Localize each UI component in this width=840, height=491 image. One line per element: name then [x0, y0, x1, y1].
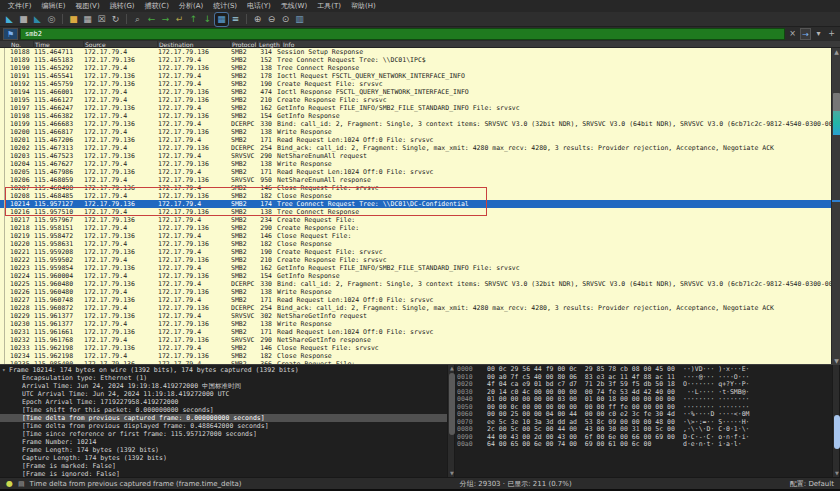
- detail-scrollbar[interactable]: ▲ ▼: [447, 365, 455, 477]
- capture-comment-icon[interactable]: ▤: [18, 480, 25, 488]
- detail-scroll-up-icon[interactable]: ▲: [448, 365, 456, 372]
- bytes-scroll-down-icon[interactable]: ▼: [833, 470, 840, 477]
- packet-row-10194[interactable]: 10194115.466001172.17.79.4172.17.79.136S…: [0, 88, 831, 96]
- detail-line[interactable]: Capture Length: 174 bytes (1392 bits): [0, 454, 447, 462]
- packet-row-10219[interactable]: 10219115.958472172.17.79.136172.17.79.4S…: [0, 232, 831, 240]
- packet-row-10229[interactable]: 10229115.961377172.17.79.136172.17.79.4S…: [0, 312, 831, 320]
- column-header-source[interactable]: Source: [84, 41, 158, 48]
- reload-file-icon[interactable]: ↻: [109, 13, 122, 26]
- packet-row-10227[interactable]: 10227115.960748172.17.79.136172.17.79.4S…: [0, 296, 831, 304]
- packet-row-10214[interactable]: 10214115.957127172.17.79.136172.17.79.4S…: [0, 200, 831, 208]
- detail-line[interactable]: [Frame is marked: False]: [0, 462, 447, 470]
- detail-line[interactable]: ▾Frame 10214: 174 bytes on wire (1392 bi…: [0, 366, 447, 374]
- packet-row-10201[interactable]: 10201115.467206172.17.79.136172.17.79.4S…: [0, 136, 831, 144]
- goto-packet-icon[interactable]: ↵: [173, 13, 186, 26]
- close-file-icon[interactable]: ☒: [95, 13, 108, 26]
- zoom-reset-icon[interactable]: ⊙: [279, 13, 292, 26]
- detail-scrollbar-thumb[interactable]: [449, 373, 455, 435]
- hex-row-00a0[interactable]: 00a064 00 65 00 6e 00 74 00 69 00 61 00 …: [457, 441, 832, 449]
- detail-line[interactable]: [Time shift for this packet: 0.000000000…: [0, 406, 447, 414]
- column-header-no[interactable]: No.: [10, 41, 34, 48]
- menu-item-go[interactable]: 跳转(G): [105, 0, 140, 12]
- filter-dropdown-icon[interactable]: ▾: [813, 28, 824, 40]
- display-filter-input[interactable]: [20, 28, 785, 40]
- detail-line[interactable]: Frame Length: 174 bytes (1392 bits): [0, 446, 447, 454]
- packet-row-10192[interactable]: 10192115.465759172.17.79.136172.17.79.4S…: [0, 80, 831, 88]
- menu-item-view[interactable]: 视图(V): [70, 0, 104, 12]
- packet-row-10216[interactable]: 10216115.957510172.17.79.4172.17.79.136S…: [0, 208, 831, 216]
- packet-row-10217[interactable]: 10217115.957967172.17.79.136172.17.79.4S…: [0, 216, 831, 224]
- bytes-scrollbar-thumb[interactable]: [834, 415, 840, 449]
- detail-line[interactable]: Arrival Time: Jun 24, 2024 19:19:18.4192…: [0, 382, 447, 390]
- menu-item-wireless[interactable]: 无线(W): [276, 0, 312, 12]
- scroll-down-icon[interactable]: ▼: [832, 357, 840, 364]
- packet-row-10232[interactable]: 10232115.961768172.17.79.4172.17.79.136S…: [0, 336, 831, 344]
- bytes-scrollbar[interactable]: ▼: [832, 365, 840, 477]
- packet-row-10206[interactable]: 10206115.468059172.17.79.4172.17.79.136S…: [0, 176, 831, 184]
- packet-row-10218[interactable]: 10218115.958151172.17.79.4172.17.79.136S…: [0, 224, 831, 232]
- capture-options-icon[interactable]: ◎: [45, 13, 58, 26]
- packet-row-10191[interactable]: 10191115.465541172.17.79.136172.17.79.4S…: [0, 72, 831, 80]
- packet-row-10208[interactable]: 10208115.468485172.17.79.4172.17.79.136S…: [0, 192, 831, 200]
- detail-line[interactable]: Encapsulation type: Ethernet (1): [0, 374, 447, 382]
- expert-info-icon[interactable]: ●: [6, 478, 13, 490]
- restart-capture-icon[interactable]: ◣: [31, 13, 44, 26]
- zoom-out-icon[interactable]: ⊖: [265, 13, 278, 26]
- scroll-up-icon[interactable]: ▲: [832, 48, 840, 55]
- clear-filter-icon[interactable]: ×: [787, 28, 798, 40]
- auto-scroll-icon[interactable]: ≡: [229, 13, 242, 26]
- open-file-icon[interactable]: ■: [67, 13, 80, 26]
- packet-row-10235[interactable]: 10235115.985400172.17.79.136172.17.79.4S…: [0, 360, 831, 364]
- save-file-icon[interactable]: ▦: [81, 13, 94, 26]
- colorize-packets-icon[interactable]: ▦: [215, 13, 228, 26]
- detail-line[interactable]: [Frame is ignored: False]: [0, 470, 447, 477]
- packet-row-10203[interactable]: 10203115.467523172.17.79.136172.17.79.4S…: [0, 152, 831, 160]
- menu-item-edit[interactable]: 编辑(E): [37, 0, 71, 12]
- apply-filter-icon[interactable]: →: [800, 28, 811, 40]
- zoom-in-icon[interactable]: ⊕: [251, 13, 264, 26]
- packet-row-10234[interactable]: 10234115.962198172.17.79.4172.17.79.136S…: [0, 352, 831, 360]
- detail-line[interactable]: [Time delta from previous captured frame…: [0, 414, 447, 422]
- packet-row-10233[interactable]: 10233115.962198172.17.79.136172.17.79.4S…: [0, 344, 831, 352]
- scrollbar-thumb[interactable]: [833, 93, 840, 113]
- packet-row-10228[interactable]: 10228115.960872172.17.79.4172.17.79.136D…: [0, 304, 831, 312]
- packet-row-10205[interactable]: 10205115.467986172.17.79.136172.17.79.4S…: [0, 168, 831, 176]
- detail-line[interactable]: [Time delta from previous displayed fram…: [0, 422, 447, 430]
- menu-item-capture[interactable]: 捕获(C): [140, 0, 174, 12]
- packet-row-10202[interactable]: 10202115.467313172.17.79.4172.17.79.136D…: [0, 144, 831, 152]
- packet-row-10189[interactable]: 10189115.465183172.17.79.136172.17.79.4S…: [0, 56, 831, 64]
- detail-scroll-down-icon[interactable]: ▼: [448, 470, 456, 477]
- packet-row-10224[interactable]: 10224115.960004172.17.79.4172.17.79.136S…: [0, 272, 831, 280]
- menu-item-help[interactable]: 帮助(H): [346, 0, 381, 12]
- packet-row-10190[interactable]: 10190115.465292172.17.79.4172.17.79.136S…: [0, 64, 831, 72]
- packet-list-scrollbar[interactable]: ▲ ▼: [831, 48, 840, 364]
- last-packet-icon[interactable]: ↓: [201, 13, 214, 26]
- packet-row-10197[interactable]: 10197115.466247172.17.79.136172.17.79.4S…: [0, 104, 831, 112]
- menu-item-analyze[interactable]: 分析(A): [174, 0, 208, 12]
- menu-item-telephony[interactable]: 电话(Y): [242, 0, 276, 12]
- detail-line[interactable]: UTC Arrival Time: Jun 24, 2024 11:19:18.…: [0, 390, 447, 398]
- packet-row-10204[interactable]: 10204115.467627172.17.79.4172.17.79.136S…: [0, 160, 831, 168]
- next-packet-icon[interactable]: →: [159, 13, 172, 26]
- detail-line[interactable]: Epoch Arrival Time: 1719227958.419272000: [0, 398, 447, 406]
- status-profile[interactable]: 配置: Default: [790, 479, 834, 489]
- find-packet-icon[interactable]: ⌕: [131, 13, 144, 26]
- resize-columns-icon[interactable]: ▥: [293, 13, 306, 26]
- menu-item-statistics[interactable]: 统计(S): [208, 0, 242, 12]
- packet-row-10188[interactable]: 10188115.464711172.17.79.4172.17.79.136S…: [0, 48, 831, 56]
- detail-line[interactable]: [Time since reference or first frame: 11…: [0, 430, 447, 438]
- column-header-time[interactable]: Time: [34, 41, 84, 48]
- filter-bookmark-icon[interactable]: ⚑: [3, 28, 18, 40]
- column-header-length[interactable]: Length: [258, 41, 282, 48]
- start-capture-icon[interactable]: ◣: [3, 13, 16, 26]
- packet-row-10198[interactable]: 10198115.466382172.17.79.4172.17.79.136S…: [0, 112, 831, 120]
- packet-row-10222[interactable]: 10222115.959502172.17.79.4172.17.79.136S…: [0, 256, 831, 264]
- menu-item-tools[interactable]: 工具(T): [312, 0, 346, 12]
- detail-line[interactable]: Frame Number: 10214: [0, 438, 447, 446]
- packet-row-10221[interactable]: 10221115.959208172.17.79.136172.17.79.4S…: [0, 248, 831, 256]
- packet-row-10231[interactable]: 10231115.961661172.17.79.136172.17.79.4S…: [0, 328, 831, 336]
- packet-row-10200[interactable]: 10200115.466817172.17.79.4172.17.79.136S…: [0, 128, 831, 136]
- packet-row-10230[interactable]: 10230115.961377172.17.79.4172.17.79.136S…: [0, 320, 831, 328]
- first-packet-icon[interactable]: ↑: [187, 13, 200, 26]
- packet-row-10225[interactable]: 10225115.960480172.17.79.136172.17.79.4D…: [0, 280, 831, 288]
